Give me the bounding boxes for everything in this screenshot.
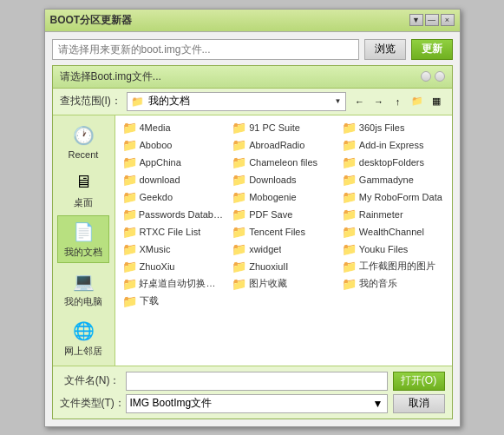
view-button[interactable]: ▦ (428, 93, 445, 110)
file-name: AbroadRadio (249, 140, 304, 150)
list-item[interactable]: 📁Aboboo (119, 136, 229, 154)
list-item[interactable]: 📁图片收藏 (228, 275, 338, 293)
file-name: PDF Save (249, 209, 292, 220)
toolbar-icons: ← → ↑ 📁 ▦ (351, 93, 445, 110)
file-name: XMusic (140, 244, 171, 254)
file-name: ZhuoXiu (140, 261, 175, 272)
list-item[interactable]: 📁My RoboForm Data (338, 188, 448, 206)
file-name: 360js Files (359, 122, 405, 133)
folder-icon: 📁 (232, 138, 246, 152)
nav-desktop[interactable]: 🖥 桌面 (57, 166, 109, 214)
bottom-area: 文件名(N)： 打开(O) 文件类型(T)： IMG BootImg文件 ▼ 取… (53, 366, 452, 419)
close-button[interactable]: × (441, 14, 455, 26)
up-button[interactable]: ↑ (389, 93, 407, 110)
list-item[interactable]: 📁WealthChannel (338, 223, 448, 241)
list-item[interactable]: 📁AbroadRadio (228, 136, 338, 154)
list-item[interactable]: 📁我的音乐 (338, 275, 448, 293)
file-name: 好桌道自动切换壁纸 (139, 277, 225, 290)
list-item[interactable]: 📁Geekdo (119, 188, 229, 206)
folder-icon: 📁 (122, 225, 137, 239)
file-name: Mobogenie (249, 192, 296, 202)
list-item[interactable]: 📁Add-in Express (338, 136, 448, 154)
list-item[interactable]: 📁Tencent Files (228, 223, 338, 241)
list-item[interactable]: 📁download (119, 171, 229, 188)
list-item[interactable]: 📁工作截图用的图片 (338, 258, 448, 275)
list-item[interactable]: 📁91 PC Suite (228, 119, 338, 136)
file-name: Youku Files (359, 244, 408, 254)
folder-icon: 📁 (342, 173, 357, 187)
list-item[interactable]: 📁4Media (119, 119, 229, 136)
inner-titlebar: 请选择Boot.img文件... (53, 66, 452, 89)
list-item[interactable]: 📁desktopFolders (338, 154, 448, 171)
list-item[interactable]: 📁AppChina (119, 154, 229, 171)
minimize-button[interactable]: ▼ (409, 14, 423, 26)
folder-icon: 📁 (342, 208, 357, 221)
list-item[interactable]: 📁ZhuoxiuII (228, 258, 338, 275)
nav-recent[interactable]: 🕐 Recent (57, 119, 109, 164)
file-name: xwidget (249, 244, 281, 254)
list-item[interactable]: 📁ZhuoXiu (119, 258, 229, 275)
filetype-value: IMG BootImg文件 (130, 396, 213, 411)
desktop-icon: 🖥 (71, 170, 95, 194)
list-item[interactable]: 📁Downloads (228, 171, 338, 188)
list-item[interactable]: 📁RTXC File List (119, 223, 229, 241)
list-item[interactable]: 📁Mobogenie (228, 188, 338, 206)
nav-mycomputer[interactable]: 💻 我的电脑 (57, 265, 109, 313)
file-name: Gammadyne (359, 175, 414, 185)
location-folder-icon: 📁 (131, 95, 145, 109)
folder-icon: 📁 (342, 277, 357, 291)
inner-minimize-button[interactable] (421, 71, 431, 82)
restore-button[interactable]: — (425, 14, 439, 26)
cancel-button[interactable]: 取消 (393, 394, 445, 413)
list-item[interactable]: 📁Gammadyne (338, 171, 448, 188)
location-combo[interactable]: 📁 我的文档 ▼ (127, 92, 346, 111)
outer-title: BOOT分区更新器 (50, 13, 133, 28)
location-combo-arrow: ▼ (335, 97, 342, 105)
folder-icon: 📁 (342, 190, 357, 204)
folder-icon: 📁 (342, 260, 357, 274)
network-icon: 🌐 (71, 319, 95, 343)
folder-icon: 📁 (122, 173, 137, 187)
update-button[interactable]: 更新 (411, 39, 453, 60)
boot-img-input[interactable] (52, 39, 359, 60)
filetype-row: 文件类型(T)： IMG BootImg文件 ▼ 取消 (60, 394, 445, 413)
folder-icon: 📁 (232, 173, 246, 187)
filetype-combo-arrow: ▼ (373, 398, 383, 410)
open-button[interactable]: 打开(O) (393, 372, 445, 391)
forward-button[interactable]: → (370, 93, 388, 110)
outer-content: 浏览 更新 请选择Boot.img文件... 查找范围(I)： 📁 我的文档 ▼ (45, 32, 460, 426)
filename-input[interactable] (126, 372, 388, 391)
nav-mydocs[interactable]: 📄 我的文档 (57, 215, 109, 263)
list-item[interactable]: 📁PDF Save (228, 206, 338, 223)
inner-close-button[interactable] (435, 71, 445, 82)
folder-icon: 📁 (122, 208, 136, 221)
folder-icon: 📁 (232, 260, 246, 274)
list-item[interactable]: 📁Youku Files (338, 241, 448, 258)
file-name: desktopFolders (359, 157, 424, 168)
list-item[interactable]: 📁Chameleon files (228, 154, 338, 171)
list-item[interactable]: 📁360js Files (338, 119, 448, 136)
file-name: My RoboForm Data (359, 192, 442, 202)
nav-recent-label: Recent (69, 149, 99, 160)
folder-icon: 📁 (232, 121, 246, 135)
new-folder-button[interactable]: 📁 (409, 93, 426, 110)
nav-network-label: 网上邻居 (64, 345, 102, 358)
list-item[interactable]: 📁好桌道自动切换壁纸 (119, 275, 229, 293)
file-name: Add-in Express (359, 140, 424, 150)
list-item[interactable]: 📁Rainmeter (338, 206, 448, 223)
browse-button[interactable]: 浏览 (364, 39, 406, 60)
back-button[interactable]: ← (351, 93, 369, 110)
list-item[interactable]: 📁Passwords Database (119, 206, 229, 223)
list-item[interactable]: 📁下载 (119, 293, 229, 310)
nav-desktop-label: 桌面 (74, 196, 93, 209)
filetype-combo[interactable]: IMG BootImg文件 ▼ (126, 394, 388, 413)
list-item[interactable]: 📁XMusic (119, 241, 229, 258)
list-item[interactable]: 📁xwidget (228, 241, 338, 258)
nav-mycomputer-label: 我的电脑 (64, 295, 102, 308)
folder-icon: 📁 (342, 225, 357, 239)
file-name: 我的音乐 (359, 277, 397, 290)
file-name: 图片收藏 (249, 277, 287, 290)
nav-network[interactable]: 🌐 网上邻居 (57, 314, 109, 362)
recent-icon: 🕐 (71, 123, 95, 148)
file-name: Downloads (249, 175, 296, 185)
